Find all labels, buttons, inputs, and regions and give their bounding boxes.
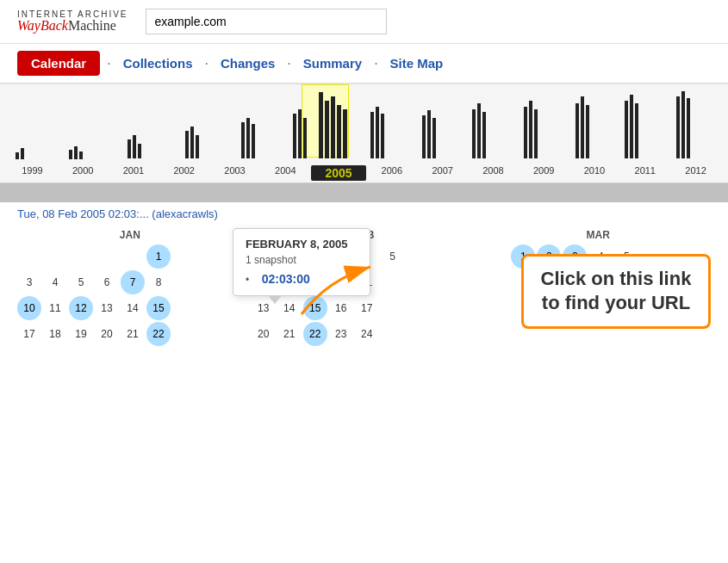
cal-cell: 18 bbox=[43, 322, 67, 346]
cal-cell[interactable]: 22 bbox=[146, 322, 171, 346]
cal-cell[interactable]: 22 bbox=[303, 322, 327, 346]
logo-wayback: WayBack bbox=[17, 18, 68, 33]
year-1999[interactable]: 1999 bbox=[7, 165, 58, 181]
year-2002[interactable]: 2002 bbox=[159, 165, 209, 181]
cal-cell: 8 bbox=[146, 270, 171, 294]
jan-grid: 1 3 4 5 6 7 8 10 11 12 13 14 15 17 18 19… bbox=[17, 244, 243, 346]
logo-main-text: WayBackMachine bbox=[17, 19, 128, 33]
year-2012[interactable]: 2012 bbox=[670, 165, 721, 181]
cal-cell bbox=[43, 244, 67, 269]
svg-rect-30 bbox=[482, 112, 486, 158]
logo-machine: Machine bbox=[68, 18, 116, 33]
svg-rect-3 bbox=[74, 146, 78, 159]
nav-dot-1: · bbox=[107, 56, 110, 71]
search-input[interactable] bbox=[146, 9, 387, 34]
navbar: Calendar · Collections · Changes · Summa… bbox=[0, 44, 728, 84]
svg-rect-31 bbox=[524, 107, 527, 158]
svg-rect-34 bbox=[576, 103, 579, 158]
year-2003[interactable]: 2003 bbox=[209, 165, 260, 181]
cal-cell: 20 bbox=[95, 322, 119, 346]
cal-cell bbox=[485, 296, 509, 320]
cal-cell: 6 bbox=[95, 270, 119, 294]
cal-cell bbox=[172, 322, 196, 346]
cal-cell bbox=[95, 244, 119, 269]
summary-link[interactable]: Summary bbox=[298, 53, 367, 74]
cal-cell: 11 bbox=[43, 296, 67, 320]
svg-rect-25 bbox=[422, 115, 426, 158]
svg-rect-38 bbox=[630, 95, 633, 158]
cal-cell: 20 bbox=[252, 322, 276, 346]
year-2011[interactable]: 2011 bbox=[619, 165, 670, 181]
cal-info-date[interactable]: Tue, 08 Feb 2005 02:03:... bbox=[17, 207, 149, 220]
svg-rect-23 bbox=[376, 107, 379, 158]
year-2000[interactable]: 2000 bbox=[58, 165, 109, 181]
cal-cell bbox=[407, 244, 431, 269]
year-labels: 1999 2000 2001 2002 2003 2004 2005 2006 … bbox=[0, 165, 728, 181]
svg-rect-33 bbox=[534, 109, 538, 158]
svg-rect-18 bbox=[325, 101, 329, 158]
cal-cell[interactable]: 7 bbox=[121, 270, 145, 294]
svg-rect-39 bbox=[635, 103, 638, 158]
year-2009[interactable]: 2009 bbox=[519, 165, 569, 181]
svg-rect-10 bbox=[196, 135, 199, 158]
cal-cell bbox=[381, 322, 405, 346]
year-2005[interactable]: 2005 bbox=[311, 165, 367, 181]
cal-cell bbox=[485, 244, 509, 269]
month-mar-label: MAR bbox=[485, 229, 711, 241]
cal-cell bbox=[407, 296, 431, 320]
svg-rect-4 bbox=[79, 152, 83, 159]
sitemap-link[interactable]: Site Map bbox=[385, 53, 449, 74]
svg-rect-14 bbox=[293, 114, 296, 158]
year-2006[interactable]: 2006 bbox=[366, 165, 417, 181]
cal-cell: 21 bbox=[277, 322, 302, 346]
annotation-box: Click on this link to find your URL bbox=[521, 254, 711, 329]
month-jan-label: JAN bbox=[17, 229, 243, 241]
nav-dot-2: · bbox=[205, 56, 208, 71]
svg-rect-0 bbox=[16, 152, 19, 159]
svg-rect-15 bbox=[298, 109, 302, 158]
svg-rect-41 bbox=[681, 91, 685, 158]
svg-rect-37 bbox=[625, 101, 628, 158]
svg-rect-8 bbox=[185, 131, 189, 158]
cal-cell bbox=[17, 244, 41, 269]
svg-rect-6 bbox=[133, 135, 136, 158]
nav-dot-3: · bbox=[287, 56, 290, 71]
cal-cell: 19 bbox=[69, 322, 93, 346]
cal-cell: 5 bbox=[69, 270, 93, 294]
cal-cell[interactable]: 12 bbox=[69, 296, 93, 320]
cal-cell[interactable]: 10 bbox=[17, 296, 41, 320]
nav-dot-4: · bbox=[374, 56, 377, 71]
year-2004[interactable]: 2004 bbox=[260, 165, 311, 181]
changes-link[interactable]: Changes bbox=[215, 53, 280, 74]
svg-rect-20 bbox=[337, 105, 341, 158]
cal-cell bbox=[172, 296, 196, 320]
svg-rect-11 bbox=[241, 122, 245, 158]
year-2008[interactable]: 2008 bbox=[468, 165, 519, 181]
chart-area: 1999 2000 2001 2002 2003 2004 2005 2006 … bbox=[0, 84, 728, 183]
year-2010[interactable]: 2010 bbox=[569, 165, 620, 181]
svg-rect-7 bbox=[138, 144, 141, 158]
cal-cell: 4 bbox=[43, 270, 67, 294]
cal-cell[interactable]: 1 bbox=[146, 244, 171, 269]
svg-rect-35 bbox=[581, 96, 584, 158]
calendar-button[interactable]: Calendar bbox=[17, 51, 100, 76]
cal-cell bbox=[485, 270, 509, 294]
cal-cell: 17 bbox=[17, 322, 41, 346]
svg-rect-42 bbox=[687, 98, 690, 158]
cal-cell[interactable]: 15 bbox=[146, 296, 171, 320]
popup-date: FEBRUARY 8, 2005 bbox=[246, 238, 358, 251]
svg-rect-21 bbox=[343, 109, 347, 158]
svg-rect-36 bbox=[586, 105, 589, 158]
cal-info-line: Tue, 08 Feb 2005 02:03:... (alexacrawls) bbox=[17, 202, 711, 222]
year-2007[interactable]: 2007 bbox=[417, 165, 468, 181]
cal-cell bbox=[407, 322, 431, 346]
svg-rect-2 bbox=[69, 150, 72, 159]
svg-rect-40 bbox=[676, 96, 680, 158]
svg-rect-26 bbox=[427, 110, 431, 158]
svg-rect-22 bbox=[370, 112, 374, 158]
chart-svg bbox=[0, 88, 728, 164]
svg-rect-13 bbox=[252, 124, 255, 158]
collections-link[interactable]: Collections bbox=[118, 53, 198, 74]
year-2001[interactable]: 2001 bbox=[109, 165, 159, 181]
cal-cell bbox=[172, 244, 196, 269]
